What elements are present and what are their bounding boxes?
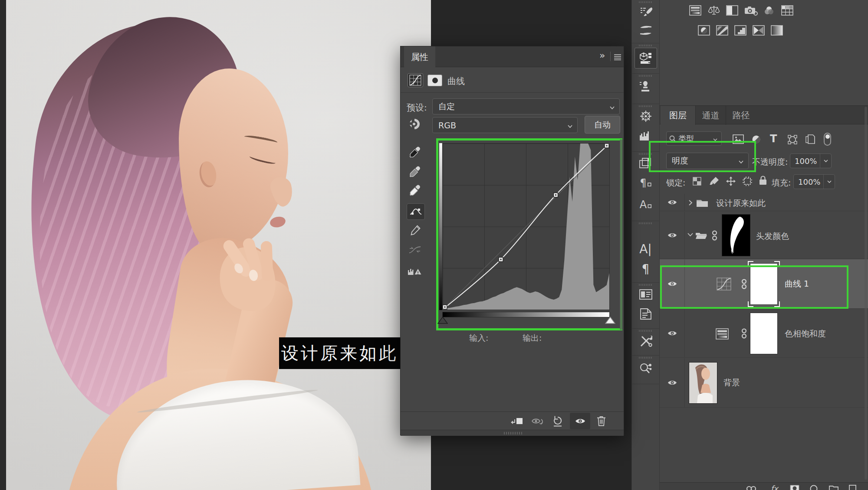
white-point-eyedropper-icon[interactable] [409,184,421,196]
layer-name[interactable]: 头发颜色 [756,231,789,242]
dock-drag-handle[interactable] [639,357,653,359]
visibility-toggle[interactable] [660,194,685,211]
visibility-toggle[interactable] [660,259,685,308]
new-adjustment-layer-icon[interactable] [810,485,818,490]
lock-artboard-icon[interactable] [742,176,753,186]
layer-style-fx-icon[interactable]: ƒx [771,484,778,490]
mask-link-icon[interactable] [741,328,747,339]
visibility-toggle[interactable] [660,212,685,258]
dock-drag-handle[interactable] [639,330,653,332]
glyphs-panel-icon[interactable] [639,289,653,302]
dock-drag-handle[interactable] [639,75,653,77]
black-point-eyedropper-icon[interactable] [409,146,421,158]
layer-row-curves-selected[interactable]: 曲线 1 [660,259,868,309]
layer-name[interactable]: 背景 [723,377,740,389]
curves-badge[interactable] [408,73,423,87]
new-layer-icon[interactable] [849,485,857,490]
layers-scrollbar[interactable] [865,107,867,480]
reset-adjustment-icon[interactable] [552,415,563,427]
gray-point-eyedropper-icon[interactable] [409,166,421,178]
threshold-icon[interactable] [734,25,746,37]
layer-filter-type[interactable]: 类型 [666,131,722,146]
panel-menu-icon[interactable] [614,54,621,60]
filter-smart-objects-icon[interactable] [806,134,815,144]
filter-shape-layers-icon[interactable] [788,135,797,144]
mask-link-icon[interactable] [712,230,717,241]
visibility-toggle-button[interactable] [570,413,590,429]
tab-properties[interactable]: 属性 [404,46,435,68]
chevron-right-icon[interactable] [688,199,693,206]
filter-toggle-switch[interactable] [824,133,831,146]
layer-name[interactable]: 色相饱和度 [785,328,826,340]
panel-resize-strip[interactable] [401,430,624,436]
layer-row-background[interactable]: 背景 [660,358,868,408]
filter-adjustment-layers-icon[interactable] [752,135,761,144]
clone-source-icon[interactable] [639,80,653,95]
filter-pixel-layers-icon[interactable] [733,134,744,144]
channel-mixer-icon[interactable] [763,5,775,17]
dock-drag-handle[interactable] [639,222,653,224]
targeted-adjustment-icon[interactable] [408,118,421,131]
photo-filter-icon[interactable] [744,5,758,17]
libraries-icon[interactable] [639,157,653,172]
resize-grip[interactable] [504,432,522,434]
paragraph-styles-icon[interactable]: ¶ [640,177,651,189]
auto-button[interactable]: 自动 [585,116,620,134]
document-canvas[interactable]: 设计原来如此 [6,0,431,490]
smooth-curve-icon[interactable] [408,245,421,255]
character-styles-icon[interactable]: A [640,199,651,211]
layer-row-group[interactable]: 设计原来如此 [660,194,868,211]
layer-name[interactable]: 曲线 1 [785,278,809,290]
hair-mask-thumbnail[interactable] [722,214,750,256]
selective-color-icon[interactable] [771,25,783,37]
draw-curve-pencil-icon[interactable] [410,224,421,235]
link-layers-icon[interactable] [746,485,757,490]
new-group-icon[interactable] [829,485,838,490]
preset-select[interactable]: 自定 [432,98,620,114]
tool-presets-icon[interactable] [639,335,652,350]
mask-badge[interactable] [427,75,442,86]
lock-all-icon[interactable] [759,175,767,186]
brush-settings-icon[interactable] [639,6,652,20]
posterize-icon[interactable] [716,25,728,37]
shadow-input-slider[interactable] [437,317,448,324]
layer-row-group[interactable]: 头发颜色 [660,212,868,259]
layer-name[interactable]: 设计原来如此 [716,198,766,209]
histogram-panel-icon[interactable] [639,130,653,143]
notes-panel-icon[interactable] [639,308,652,322]
color-lookup-icon[interactable] [781,5,793,17]
character-panel-icon[interactable]: A| [639,242,652,256]
hue-saturation-icon[interactable] [689,5,701,17]
channel-select[interactable]: RGB [432,117,578,133]
black-white-icon[interactable] [726,5,738,17]
navigator-icon[interactable] [639,109,653,125]
delete-adjustment-icon[interactable] [596,415,606,427]
hue-saturation-mask-thumbnail[interactable] [750,313,778,354]
view-previous-state-icon[interactable] [531,417,545,426]
curves-chart[interactable] [443,144,609,310]
visibility-toggle[interactable] [660,309,685,357]
dock-drag-handle[interactable] [639,153,653,155]
brushes-icon[interactable] [639,24,652,38]
blend-mode-select[interactable]: 明度 [666,153,749,169]
properties-panel-icon[interactable] [635,48,657,69]
visibility-toggle[interactable] [660,358,685,407]
collapse-panel-icon[interactable]: » [599,50,604,61]
tab-layers[interactable]: 图层 [661,106,695,125]
dock-drag-handle[interactable] [639,1,653,3]
background-layer-thumbnail[interactable] [689,362,717,404]
chevron-down-icon[interactable] [687,232,694,237]
lock-image-pixels-icon[interactable] [709,176,720,186]
dock-drag-handle[interactable] [639,284,653,286]
fill-value-box[interactable]: 100% [793,174,835,189]
color-balance-icon[interactable] [707,5,720,17]
mask-link-icon[interactable] [741,278,747,290]
opacity-value-box[interactable]: 100% [790,154,832,168]
clip-to-layer-icon[interactable] [510,416,523,427]
dock-drag-handle[interactable] [639,45,653,46]
edit-curve-points-tool[interactable] [407,203,425,220]
lock-position-icon[interactable] [726,176,736,186]
gradient-map-icon[interactable] [753,25,765,37]
invert-icon[interactable] [698,25,710,37]
highlight-input-slider[interactable] [605,317,615,324]
